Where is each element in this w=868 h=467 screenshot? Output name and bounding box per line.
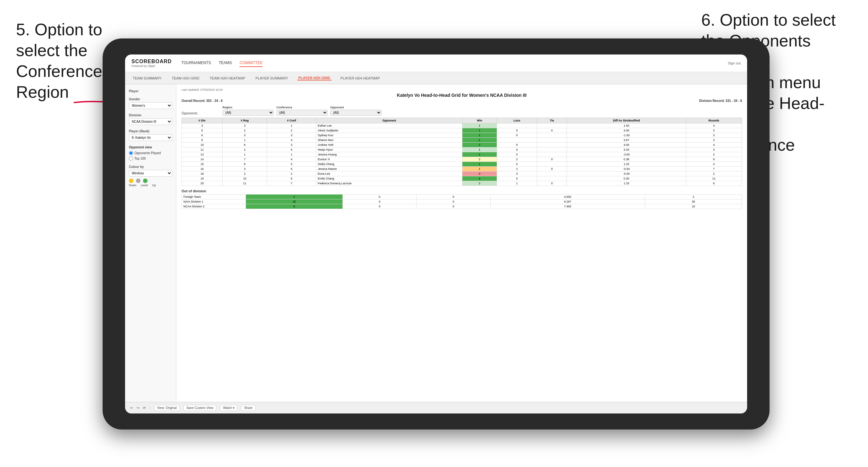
sidebar-colour-select[interactable]: Win/loss: [129, 170, 172, 177]
cell-opponent: Alexis Sudjianto: [316, 128, 462, 133]
toolbar-undo[interactable]: ↩: [130, 406, 133, 410]
cell-diff: 4.00: [567, 128, 686, 133]
nav-tournaments[interactable]: TOURNAMENTS: [182, 59, 211, 67]
ood-cell-diff: 4.500: [490, 194, 645, 199]
top-nav: SCOREBOARD Powered by clippd TOURNAMENTS…: [125, 55, 747, 72]
th-conf: # Conf: [267, 118, 316, 123]
toolbar-save-custom[interactable]: Save Custom View: [183, 405, 216, 411]
sidebar: Player Gender Women's Division NCAA Divi…: [125, 84, 176, 402]
nav-committee[interactable]: COMMITTEE: [240, 59, 262, 67]
cell-diff: 3.67: [567, 138, 686, 143]
filter-group-conference: Conference (All): [276, 106, 328, 116]
toolbar-view-original[interactable]: View: Original: [154, 405, 180, 411]
cell-div: 20: [182, 181, 222, 186]
logo-area: SCOREBOARD Powered by clippd: [131, 59, 172, 68]
filter-header-row: Opponents: Region (All) Conference (All): [182, 106, 742, 116]
sub-nav-team-h2h-heatmap[interactable]: TEAM H2H HEATMAP: [209, 76, 247, 80]
filter-opponent-select[interactable]: (All): [330, 110, 381, 116]
cell-reg: 1: [222, 152, 267, 157]
sub-nav-team-summary[interactable]: TEAM SUMMARY: [131, 76, 163, 80]
sidebar-gender-label: Gender: [129, 97, 172, 101]
th-tie: Tie: [537, 118, 567, 123]
sidebar-player-rank-select[interactable]: 8. Katelyn Vo: [129, 134, 172, 141]
filter-region-select[interactable]: (All): [222, 110, 274, 116]
table-row: 20 11 7 Federica Domecq Lacroze 2 1 0 1.…: [182, 181, 742, 186]
cell-opponent: Andrea York: [316, 143, 462, 148]
division-record: Division Record: 331 - 34 - 6: [699, 99, 742, 102]
sub-nav-player-summary[interactable]: PLAYER SUMMARY: [254, 76, 289, 80]
ood-cell-rounds: 10: [645, 204, 742, 209]
filter-conference-select[interactable]: (All): [276, 110, 328, 116]
out-of-division-header: Out of division: [182, 189, 742, 193]
cell-diff: -3.00: [567, 152, 686, 157]
table-row: 11 2 5 Heejo Hyun 1 0 3.33 3: [182, 148, 742, 152]
filter-group-region: Region (All): [222, 106, 274, 116]
cell-win: 1: [462, 167, 497, 172]
out-of-division-table: Foreign Team 1 0 0 4.500 2 NAIA Division…: [182, 194, 742, 209]
th-opponent: Opponent: [316, 118, 462, 123]
cell-reg: 8: [222, 162, 267, 167]
cell-loss: 0: [497, 152, 537, 157]
cell-div: 9: [182, 138, 222, 143]
cell-diff: -0.94: [567, 167, 686, 172]
overall-record: Overall Record: 353 - 34 - 6: [182, 99, 222, 102]
filter-conference-label: Conference: [276, 106, 328, 109]
toolbar-redo[interactable]: ↪: [136, 406, 139, 410]
cell-div: 5: [182, 128, 222, 133]
cell-rounds: 2: [686, 172, 742, 176]
sub-nav-team-h2h-grid[interactable]: TEAM H2H GRID: [170, 76, 201, 80]
cell-div: 3: [182, 123, 222, 128]
cell-div: 13: [182, 152, 222, 157]
ood-cell-diff: 9.267: [490, 199, 645, 204]
ood-table-row: NAIA Division 1 15 0 0 9.267 30: [182, 199, 742, 204]
sub-nav-player-h2h-heatmap[interactable]: PLAYER H2H HEATMAP: [339, 76, 381, 80]
records-row: Overall Record: 353 - 34 - 6 Division Re…: [182, 99, 742, 102]
cell-div: 10: [182, 143, 222, 148]
cell-diff: 0.38: [567, 157, 686, 162]
table-row: 6 3 3 Sydney Kuo 1 0 -1.00 3: [182, 133, 742, 138]
cell-div: 18: [182, 172, 222, 176]
toolbar-share[interactable]: Share: [241, 405, 255, 411]
opponents-label: Opponents:: [182, 112, 220, 115]
table-row: 16 3 6 Jessica Mason 1 2 0 -0.94 7: [182, 167, 742, 172]
sidebar-radio-top100[interactable]: Top 100: [129, 156, 172, 161]
toolbar-history[interactable]: ⟳: [143, 406, 146, 410]
cell-tie: [537, 148, 567, 152]
sidebar-colour-section: Colour by Win/loss Down Level Up: [129, 165, 172, 187]
tablet-device: SCOREBOARD Powered by clippd TOURNAMENTS…: [103, 38, 770, 430]
table-row: 9 1 4 Sharon Mun 1 3.67 3: [182, 138, 742, 143]
ood-cell-rounds: 2: [645, 194, 742, 199]
cell-conf: 5: [267, 162, 316, 167]
cell-opponent: Euna Lee: [316, 172, 462, 176]
cell-loss: 3: [497, 172, 537, 176]
toolbar-watch[interactable]: Watch ▾: [220, 405, 237, 411]
ood-cell-rounds: 30: [645, 199, 742, 204]
cell-div: 16: [182, 167, 222, 172]
sidebar-division-select[interactable]: NCAA Division III: [129, 118, 172, 125]
sidebar-radio-opponents-played[interactable]: Opponents Played: [129, 151, 172, 155]
sidebar-gender-section: Gender Women's: [129, 97, 172, 109]
filter-group-opponent: Opponent (All): [330, 106, 381, 116]
cell-loss: 2: [497, 157, 537, 162]
panel-title: Katelyn Vo Head-to-Head Grid for Women's…: [182, 93, 742, 98]
cell-diff: -5.00: [567, 172, 686, 176]
sign-out-link[interactable]: Sign out: [728, 61, 741, 65]
cell-opponent: Stella Cheng: [316, 162, 462, 167]
cell-win: 4: [462, 176, 497, 181]
cell-tie: [537, 133, 567, 138]
table-row: 13 1 1 Jessica Huang 1 0 -3.00 2: [182, 152, 742, 157]
sidebar-player-rank-section: Player (Rank) 8. Katelyn Vo: [129, 129, 172, 141]
annotation-left-line4: Region: [16, 83, 69, 101]
cell-rounds: 11: [686, 176, 742, 181]
cell-rounds: 7: [686, 167, 742, 172]
circle-down: [129, 179, 133, 183]
sidebar-gender-select[interactable]: Women's: [129, 102, 172, 109]
table-row: 15 8 5 Stella Cheng 1 0 1.25 4: [182, 162, 742, 167]
sub-nav-player-h2h-grid[interactable]: PLAYER H2H GRID: [297, 76, 332, 81]
cell-diff: 0.30: [567, 176, 686, 181]
sidebar-player-rank-label: Player (Rank): [129, 129, 172, 133]
cell-opponent: Jessica Huang: [316, 152, 462, 157]
cell-tie: [537, 123, 567, 128]
sidebar-opponent-view-section: Opponent view Opponents Played Top 100: [129, 146, 172, 161]
nav-teams[interactable]: TEAMS: [219, 59, 232, 67]
